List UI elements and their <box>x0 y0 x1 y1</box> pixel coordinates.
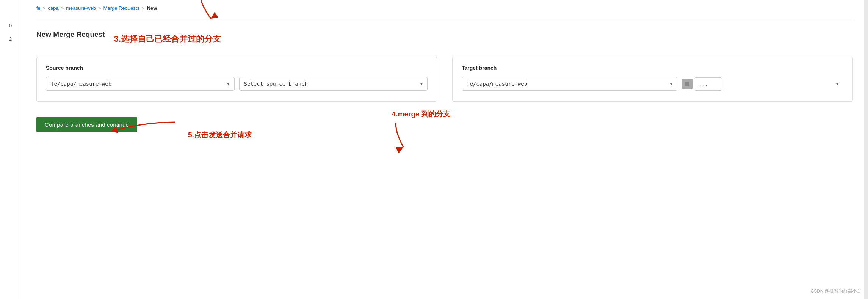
source-repo-select-wrapper: fe/capa/measure-web ▼ <box>46 77 235 91</box>
arrow-to-source-branch-svg <box>173 0 287 26</box>
sidebar-badge-0[interactable]: 0 <box>9 23 12 28</box>
target-branch-select-wrapper: ... ▼ <box>682 77 843 91</box>
annotation-target-branch-text: 4.merge 到的分支 <box>392 110 450 118</box>
breadcrumb: fe > capa > measure-web > Merge Requests… <box>36 0 853 19</box>
breadcrumb-sep-2: > <box>61 5 64 11</box>
branch-icon-box <box>682 79 693 89</box>
breadcrumb-capa[interactable]: capa <box>48 5 58 11</box>
left-sidebar: 0 2 <box>0 0 21 299</box>
source-repo-select[interactable]: fe/capa/measure-web <box>46 77 235 91</box>
title-row: New Merge Request 3.选择自己已经合并过的分支 <box>36 30 853 48</box>
source-branch-select[interactable]: Select source branch <box>239 77 428 91</box>
target-branch-select[interactable]: ... <box>694 77 722 91</box>
watermark: CSDN @机智的前端小白 <box>810 288 861 294</box>
svg-rect-0 <box>685 82 689 86</box>
target-branch-label: Target branch <box>462 65 843 71</box>
source-selects-row: fe/capa/measure-web ▼ Select source bran… <box>46 77 428 91</box>
source-branch-select-wrapper: Select source branch ▼ <box>239 77 428 91</box>
annotation-click-merge: 5.点击发送合并请求 <box>160 115 252 140</box>
annotation-target-branch-group: 4.merge 到的分支 <box>388 109 450 119</box>
breadcrumb-new: New <box>147 5 157 11</box>
target-repo-select-wrapper: fe/capa/measure-web ▼ <box>462 77 677 91</box>
target-repo-select[interactable]: fe/capa/measure-web <box>462 77 677 91</box>
breadcrumb-measure-web[interactable]: measure-web <box>66 5 96 11</box>
branch-icon <box>684 81 690 87</box>
page-title: New Merge Request <box>36 30 105 39</box>
right-scrollbar[interactable] <box>864 0 868 299</box>
breadcrumb-sep-1: > <box>43 5 46 11</box>
source-branch-label: Source branch <box>46 65 428 71</box>
breadcrumb-fe[interactable]: fe <box>36 5 41 11</box>
target-branch-chevron-icon: ▼ <box>835 81 840 87</box>
branches-row: Source branch fe/capa/measure-web ▼ Sele… <box>36 57 853 102</box>
arrow-to-target-svg <box>377 121 422 151</box>
annotation-select-merged-branch: 3.选择自己已经合并过的分支 <box>114 33 221 45</box>
main-content: fe > capa > measure-web > Merge Requests… <box>21 0 868 299</box>
annotation-click-merge-text: 5.点击发送合并请求 <box>188 131 252 139</box>
bottom-row: Compare branches and continue 5.点击发送合并请求… <box>36 117 853 140</box>
arrow-to-button-svg <box>99 115 183 137</box>
sidebar-badge-2[interactable]: 2 <box>9 36 12 42</box>
source-branch-box: Source branch fe/capa/measure-web ▼ Sele… <box>36 57 437 102</box>
target-branch-box: Target branch fe/capa/measure-web ▼ <box>452 57 853 102</box>
target-selects-row: fe/capa/measure-web ▼ ... <box>462 77 843 91</box>
breadcrumb-sep-3: > <box>98 5 101 11</box>
breadcrumb-sep-4: > <box>142 5 145 11</box>
breadcrumb-merge-requests[interactable]: Merge Requests <box>103 5 139 11</box>
